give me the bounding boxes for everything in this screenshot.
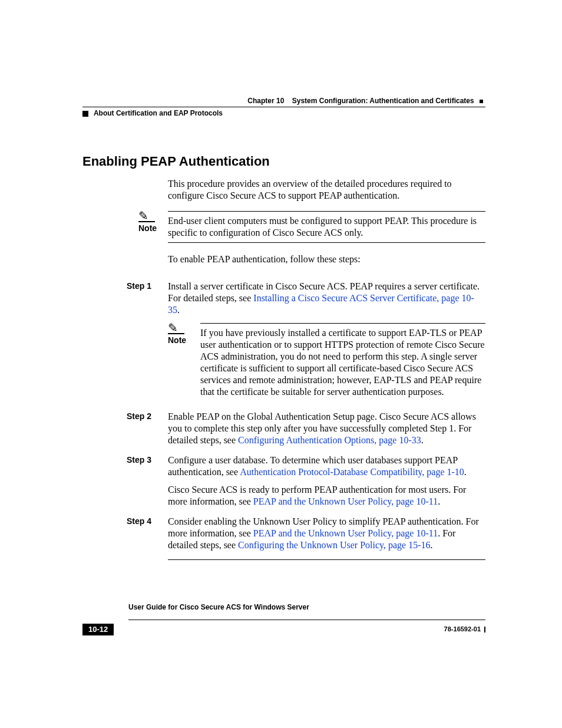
running-header: Chapter 10 System Configuration: Authent… — [82, 97, 485, 118]
section-breadcrumb: About Certification and EAP Protocols — [94, 109, 223, 117]
intro-paragraph: This procedure provides an overview of t… — [168, 178, 485, 202]
step-text-tail: . — [464, 467, 467, 477]
xref-link[interactable]: PEAP and the Unknown User Policy, page 1… — [253, 528, 438, 538]
chapter-label: Chapter 10 — [247, 97, 284, 105]
note-body: If you have previously installed a certi… — [200, 323, 485, 398]
step-text-tail: . — [421, 435, 424, 445]
note-label: Note — [168, 335, 200, 346]
step-4: Step 4 Consider enabling the Unknown Use… — [127, 516, 485, 551]
page-footer: User Guide for Cisco Secure ACS for Wind… — [82, 611, 485, 635]
step-follow-tail: . — [438, 496, 440, 506]
step-label: Step 4 — [127, 516, 168, 527]
section-heading: Enabling PEAP Authentication — [82, 153, 485, 170]
xref-link[interactable]: Authentication Protocol-Database Compati… — [240, 467, 464, 477]
pencil-icon: ✎ — [168, 323, 184, 334]
pencil-icon: ✎ — [138, 211, 155, 222]
header-start-mark-icon — [82, 111, 88, 117]
step-follow: Cisco Secure ACS is ready to perform PEA… — [168, 484, 485, 508]
page-number: 10-12 — [82, 624, 114, 635]
note-body: End-user client computers must be config… — [168, 211, 485, 243]
procedure-steps: Step 1 Install a server certificate in C… — [127, 281, 485, 560]
xref-link[interactable]: PEAP and the Unknown User Policy, page 1… — [253, 496, 438, 506]
doc-number: 78-16592-01 — [444, 625, 481, 634]
footer-guide-title: User Guide for Cisco Secure ACS for Wind… — [128, 603, 309, 612]
step-label: Step 3 — [127, 454, 168, 466]
note-label: Note — [138, 223, 168, 234]
steps-end-rule — [168, 559, 485, 560]
step-note: ✎ Note If you have previously installed … — [168, 323, 485, 398]
lead-sentence: To enable PEAP authentication, follow th… — [168, 253, 485, 265]
xref-link[interactable]: Configuring the Unknown User Policy, pag… — [238, 540, 430, 550]
step-text-tail: . — [431, 540, 433, 550]
header-end-mark-icon — [480, 100, 483, 103]
note-callout: ✎ Note End-user client computers must be… — [138, 211, 485, 243]
xref-link[interactable]: Configuring Authentication Options, page… — [238, 435, 421, 445]
footer-end-mark-icon — [484, 627, 485, 633]
step-label: Step 2 — [127, 411, 168, 422]
step-label: Step 1 — [127, 281, 168, 292]
step-3: Step 3 Configure a user database. To det… — [127, 454, 485, 508]
step-1: Step 1 Install a server certificate in C… — [127, 281, 485, 398]
step-text-tail: . — [177, 305, 180, 315]
step-2: Step 2 Enable PEAP on the Global Authent… — [127, 411, 485, 446]
chapter-title: System Configuration: Authentication and… — [292, 97, 474, 105]
